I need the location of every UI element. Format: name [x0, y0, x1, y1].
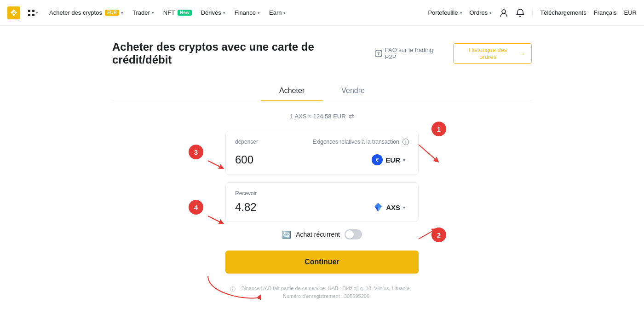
- spend-input[interactable]: [235, 153, 368, 166]
- svg-rect-3: [28, 14, 30, 16]
- nav-telechargements-label: Téléchargements: [540, 9, 586, 16]
- eur-badge: EUR: [105, 10, 119, 16]
- eur-currency-selector[interactable]: € EUR ▾: [368, 152, 409, 167]
- axs-label: AXS: [386, 204, 400, 211]
- continue-button[interactable]: Continuer: [225, 251, 419, 274]
- requirements-label: Exigences relatives à la transaction.: [313, 139, 401, 145]
- svg-rect-4: [32, 14, 34, 16]
- svg-rect-0: [7, 6, 20, 19]
- nav-derives[interactable]: Dérivés ▾: [197, 6, 229, 19]
- nav-telechargements[interactable]: Téléchargements: [540, 9, 586, 16]
- eur-icon: €: [372, 154, 383, 165]
- svg-rect-1: [28, 10, 30, 12]
- axs-icon: [373, 202, 383, 212]
- svg-line-11: [419, 230, 435, 239]
- faq-label: FAQ sur le trading P2P: [385, 47, 446, 60]
- continue-button-label: Continuer: [305, 258, 339, 266]
- logo[interactable]: [7, 6, 20, 19]
- history-button-label: Historique des ordres: [460, 47, 516, 60]
- nav-ordres[interactable]: Ordres ▾: [470, 9, 492, 16]
- nav-divider: [532, 9, 533, 17]
- nav-finance[interactable]: Finance ▾: [231, 6, 264, 19]
- refresh-icon[interactable]: ⇄: [349, 112, 354, 120]
- bell-icon: [516, 8, 525, 17]
- axs-chevron-icon: ▾: [403, 205, 405, 210]
- eur-chevron-icon: ▾: [403, 157, 405, 163]
- page-header: Acheter des cryptos avec une carte de cr…: [112, 41, 532, 66]
- arrow-4: [189, 211, 230, 230]
- spend-box: dépenser Exigences relatives à la transa…: [225, 131, 419, 175]
- annotation-3: 3: [189, 145, 203, 159]
- requirements-text: Exigences relatives à la transaction. i: [313, 139, 409, 145]
- nav-portefeuille-label: Portefeuille: [428, 9, 458, 16]
- nav-bell-icon[interactable]: [516, 8, 525, 17]
- svg-rect-2: [32, 10, 34, 12]
- nav-trader-label: Trader: [132, 9, 150, 16]
- svg-line-10: [208, 216, 222, 223]
- annotation-2: 2: [431, 227, 446, 242]
- recurring-icon: 🔄: [282, 230, 291, 239]
- tab-acheter[interactable]: Acheter: [261, 81, 323, 101]
- nav-finance-label: Finance: [235, 9, 256, 16]
- svg-line-9: [208, 161, 222, 168]
- nav-trader[interactable]: Trader ▾: [129, 6, 158, 19]
- spend-input-row: € EUR ▾: [235, 152, 409, 167]
- derives-chevron-icon: ▾: [223, 11, 225, 15]
- receive-input-row: 4.82 AXS ▾: [235, 200, 409, 214]
- nav-user-icon[interactable]: [499, 8, 508, 17]
- new-badge: New: [178, 10, 192, 16]
- nav-buy-crypto[interactable]: Acheter des cryptos EUR ▾: [46, 6, 127, 19]
- navbar: ▾ Acheter des cryptos EUR ▾ Trader ▾ NFT…: [0, 0, 644, 26]
- recurring-label: Achat récurrent: [296, 231, 340, 238]
- tab-acheter-label: Acheter: [279, 87, 305, 94]
- nav-derives-label: Dérivés: [201, 9, 221, 16]
- annotation-4: 4: [189, 200, 203, 215]
- tabs: Acheter Vendre: [112, 81, 532, 101]
- faq-link[interactable]: ? FAQ sur le trading P2P: [375, 47, 446, 60]
- nav-devise-label: EUR: [624, 9, 637, 16]
- grid-menu-button[interactable]: ▾: [26, 7, 40, 18]
- recurring-row: 🔄 Achat récurrent: [225, 229, 419, 239]
- nav-right: Portefeuille ▾ Ordres ▾ Téléchargements …: [428, 8, 637, 17]
- binance-logo-icon: [7, 6, 20, 19]
- nav-ordres-label: Ordres: [470, 9, 488, 16]
- tab-vendre-label: Vendre: [341, 87, 365, 94]
- receive-label: Recevoir: [235, 190, 409, 197]
- trader-chevron-icon: ▾: [152, 11, 154, 15]
- tab-vendre[interactable]: Vendre: [323, 81, 383, 101]
- receive-box: Recevoir 4.82 AXS ▾: [225, 182, 419, 222]
- nav-earn-label: Earn: [269, 9, 282, 16]
- page-header-right: ? FAQ sur le trading P2P Historique des …: [375, 43, 532, 64]
- svg-line-8: [419, 145, 437, 161]
- nav-nft-label: NFT: [163, 9, 175, 16]
- history-button[interactable]: Historique des ordres →: [453, 43, 532, 64]
- finance-chevron-icon: ▾: [258, 11, 260, 15]
- nav-portefeuille[interactable]: Portefeuille ▾: [428, 9, 462, 16]
- requirements-info-icon[interactable]: i: [402, 139, 409, 145]
- user-icon: [499, 8, 508, 17]
- exchange-rate: 1 AXS ≈ 124.58 EUR ⇄: [112, 112, 532, 120]
- question-icon: ?: [375, 50, 382, 57]
- grid-icon: [28, 9, 35, 17]
- nav-devise[interactable]: EUR: [624, 9, 637, 16]
- arrow-3: [189, 156, 230, 175]
- arrow-right-icon: →: [519, 50, 525, 57]
- footer-note: ⓘ Binance UAB fait partie de ce service.…: [230, 285, 414, 300]
- nav-langue[interactable]: Français: [594, 9, 617, 16]
- axs-currency-selector[interactable]: AXS ▾: [369, 200, 409, 214]
- eur-label: EUR: [385, 156, 400, 164]
- nav-nft[interactable]: NFT New: [160, 6, 196, 19]
- main-content: Acheter des cryptos avec une carte de cr…: [101, 26, 543, 309]
- earn-chevron-icon: ▾: [283, 11, 286, 15]
- nav-langue-label: Français: [594, 9, 617, 16]
- nav-earn[interactable]: Earn ▾: [265, 6, 289, 19]
- annotation-1: 1: [431, 122, 446, 136]
- recurring-toggle[interactable]: [345, 229, 362, 239]
- footer-note-text: Binance UAB fait partie de ce service. U…: [238, 285, 414, 300]
- grid-chevron-icon: ▾: [36, 11, 38, 15]
- info-icon: ⓘ: [230, 285, 236, 293]
- portefeuille-chevron-icon: ▾: [460, 11, 462, 15]
- spend-label: dépenser: [235, 139, 258, 145]
- page-title: Acheter des cryptos avec une carte de cr…: [112, 41, 375, 66]
- form-container: 1 3 dépenser Exigences relatives à la tr…: [225, 131, 419, 300]
